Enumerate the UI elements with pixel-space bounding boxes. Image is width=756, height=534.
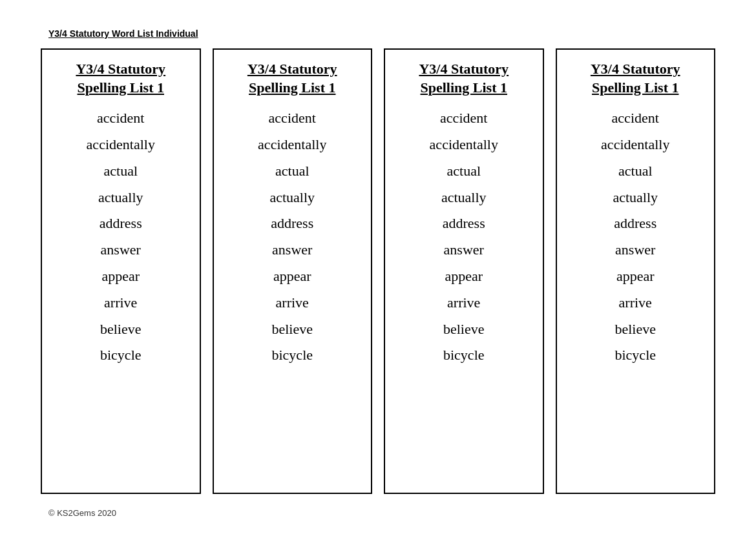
word-list-2: accidentaccidentallyactualactuallyaddres… (220, 108, 365, 365)
word-item: accidentally (87, 135, 155, 155)
word-list-1: accidentaccidentallyactualactuallyaddres… (48, 108, 193, 365)
word-list-4: accidentaccidentallyactualactuallyaddres… (563, 108, 708, 365)
word-item: answer (444, 240, 484, 260)
word-item: bicycle (614, 345, 656, 365)
word-item: arrive (619, 293, 652, 313)
word-item: accident (612, 108, 659, 128)
word-item: believe (614, 320, 656, 340)
word-item: answer (101, 240, 141, 260)
spelling-card-3: Y3/4 StatutorySpelling List 1accidentacc… (384, 48, 544, 494)
word-item: believe (443, 320, 485, 340)
word-item: believe (100, 320, 142, 340)
word-item: accidentally (258, 135, 326, 155)
word-item: appear (616, 267, 655, 287)
word-item: accidentally (430, 135, 498, 155)
word-item: actual (618, 161, 653, 181)
word-item: appear (445, 267, 483, 287)
word-item: actually (98, 188, 143, 208)
footer-copyright: © KS2Gems 2020 (48, 508, 116, 518)
word-item: actually (269, 188, 315, 208)
word-item: address (443, 214, 485, 234)
card-title-2: Y3/4 StatutorySpelling List 1 (247, 60, 337, 97)
word-item: actually (441, 188, 487, 208)
word-item: arrive (447, 293, 480, 313)
cards-container: Y3/4 StatutorySpelling List 1accidentacc… (41, 48, 715, 494)
word-item: arrive (104, 293, 137, 313)
word-item: address (614, 214, 656, 234)
word-item: accident (97, 108, 144, 128)
word-item: believe (271, 320, 313, 340)
page-title: Y3/4 Statutory Word List Individual (48, 28, 198, 39)
word-item: actual (103, 161, 138, 181)
word-item: appear (273, 267, 311, 287)
word-item: accident (440, 108, 487, 128)
card-title-4: Y3/4 StatutorySpelling List 1 (591, 60, 680, 97)
word-item: answer (272, 240, 312, 260)
word-item: bicycle (271, 345, 313, 365)
word-list-3: accidentaccidentallyactualactuallyaddres… (392, 108, 536, 365)
word-item: answer (615, 240, 655, 260)
card-title-3: Y3/4 StatutorySpelling List 1 (419, 60, 509, 97)
word-item: arrive (276, 293, 309, 313)
word-item: actual (275, 161, 310, 181)
spelling-card-1: Y3/4 StatutorySpelling List 1accidentacc… (41, 48, 201, 494)
spelling-card-4: Y3/4 StatutorySpelling List 1accidentacc… (556, 48, 716, 494)
word-item: accident (269, 108, 316, 128)
word-item: actual (446, 161, 481, 181)
word-item: actually (613, 188, 658, 208)
card-title-1: Y3/4 StatutorySpelling List 1 (76, 60, 165, 97)
word-item: appear (101, 267, 140, 287)
word-item: address (100, 214, 142, 234)
word-item: address (271, 214, 313, 234)
word-item: accidentally (601, 135, 669, 155)
word-item: bicycle (443, 345, 485, 365)
word-item: bicycle (100, 345, 142, 365)
spelling-card-2: Y3/4 StatutorySpelling List 1accidentacc… (213, 48, 373, 494)
